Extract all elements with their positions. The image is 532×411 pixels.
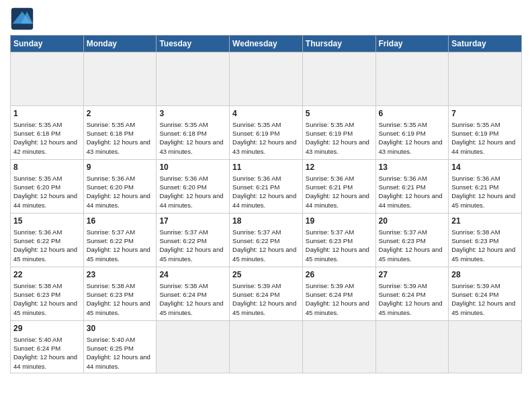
sunrise-label: Sunrise: 5:39 AM bbox=[232, 282, 281, 289]
daylight-label: Daylight: 12 hours and 44 minutes. bbox=[13, 353, 77, 369]
day-number: 2 bbox=[87, 108, 154, 120]
day-number: 24 bbox=[159, 269, 226, 281]
calendar-cell: 3Sunrise: 5:35 AMSunset: 6:18 PMDaylight… bbox=[157, 106, 230, 160]
sunset-label: Sunset: 6:24 PM bbox=[232, 291, 279, 298]
day-number: 10 bbox=[159, 162, 226, 173]
calendar-cell bbox=[11, 52, 84, 106]
sunrise-label: Sunrise: 5:35 AM bbox=[379, 121, 427, 128]
daylight-label: Daylight: 12 hours and 45 minutes. bbox=[451, 192, 515, 208]
calendar-cell: 14Sunrise: 5:36 AMSunset: 6:21 PMDayligh… bbox=[449, 160, 522, 214]
sunrise-label: Sunrise: 5:37 AM bbox=[87, 228, 135, 236]
day-number: 12 bbox=[306, 162, 373, 173]
sunset-label: Sunset: 6:23 PM bbox=[87, 291, 134, 298]
sunset-label: Sunset: 6:21 PM bbox=[451, 183, 498, 191]
calendar-cell bbox=[449, 321, 522, 373]
sunrise-label: Sunrise: 5:37 AM bbox=[159, 228, 208, 236]
calendar-cell: 9Sunrise: 5:36 AMSunset: 6:20 PMDaylight… bbox=[83, 160, 157, 214]
sunset-label: Sunset: 6:19 PM bbox=[232, 130, 279, 137]
day-number: 6 bbox=[379, 108, 446, 120]
col-header-thursday: Thursday bbox=[302, 36, 375, 52]
day-number: 13 bbox=[379, 162, 446, 173]
sunset-label: Sunset: 6:25 PM bbox=[87, 345, 134, 352]
day-number: 22 bbox=[13, 269, 81, 281]
sunrise-label: Sunrise: 5:37 AM bbox=[232, 228, 281, 236]
sunset-label: Sunset: 6:18 PM bbox=[87, 130, 134, 137]
calendar-cell: 4Sunrise: 5:35 AMSunset: 6:19 PMDaylight… bbox=[230, 106, 303, 160]
calendar-cell: 17Sunrise: 5:37 AMSunset: 6:22 PMDayligh… bbox=[157, 214, 230, 267]
daylight-label: Daylight: 12 hours and 45 minutes. bbox=[13, 300, 77, 316]
calendar-cell: 26Sunrise: 5:39 AMSunset: 6:24 PMDayligh… bbox=[302, 267, 375, 321]
sunset-label: Sunset: 6:24 PM bbox=[159, 291, 206, 298]
daylight-label: Daylight: 12 hours and 44 minutes. bbox=[87, 192, 150, 208]
day-number: 1 bbox=[13, 108, 81, 120]
calendar-cell: 5Sunrise: 5:35 AMSunset: 6:19 PMDaylight… bbox=[302, 106, 375, 160]
sunrise-label: Sunrise: 5:35 AM bbox=[159, 121, 208, 128]
sunrise-label: Sunrise: 5:36 AM bbox=[159, 175, 208, 182]
daylight-label: Daylight: 12 hours and 45 minutes. bbox=[87, 300, 150, 316]
sunrise-label: Sunrise: 5:36 AM bbox=[87, 175, 135, 182]
sunset-label: Sunset: 6:21 PM bbox=[379, 183, 426, 191]
calendar-cell: 2Sunrise: 5:35 AMSunset: 6:18 PMDaylight… bbox=[83, 106, 157, 160]
day-number: 28 bbox=[451, 269, 519, 281]
calendar-cell bbox=[302, 52, 375, 106]
daylight-label: Daylight: 12 hours and 45 minutes. bbox=[306, 246, 369, 262]
calendar-cell: 10Sunrise: 5:36 AMSunset: 6:20 PMDayligh… bbox=[157, 160, 230, 214]
calendar-cell: 18Sunrise: 5:37 AMSunset: 6:22 PMDayligh… bbox=[230, 214, 303, 267]
day-number: 7 bbox=[451, 108, 519, 120]
calendar-cell: 20Sunrise: 5:37 AMSunset: 6:23 PMDayligh… bbox=[375, 214, 449, 267]
calendar-cell: 29Sunrise: 5:40 AMSunset: 6:24 PMDayligh… bbox=[11, 321, 84, 373]
daylight-label: Daylight: 12 hours and 45 minutes. bbox=[232, 300, 296, 316]
day-number: 29 bbox=[13, 323, 81, 334]
page: SundayMondayTuesdayWednesdayThursdayFrid… bbox=[0, 0, 532, 411]
day-number: 8 bbox=[13, 162, 81, 173]
sunrise-label: Sunrise: 5:35 AM bbox=[232, 121, 281, 128]
day-number: 30 bbox=[87, 323, 154, 334]
calendar-cell: 27Sunrise: 5:39 AMSunset: 6:24 PMDayligh… bbox=[375, 267, 449, 321]
calendar-cell: 28Sunrise: 5:39 AMSunset: 6:24 PMDayligh… bbox=[449, 267, 522, 321]
col-header-friday: Friday bbox=[375, 36, 449, 52]
col-header-tuesday: Tuesday bbox=[157, 36, 230, 52]
calendar-cell: 22Sunrise: 5:38 AMSunset: 6:23 PMDayligh… bbox=[11, 267, 84, 321]
calendar-cell bbox=[230, 321, 303, 373]
daylight-label: Daylight: 12 hours and 44 minutes. bbox=[306, 192, 369, 208]
header bbox=[10, 7, 522, 31]
calendar-cell: 24Sunrise: 5:38 AMSunset: 6:24 PMDayligh… bbox=[157, 267, 230, 321]
sunrise-label: Sunrise: 5:35 AM bbox=[13, 121, 62, 128]
logo bbox=[10, 7, 37, 31]
sunset-label: Sunset: 6:21 PM bbox=[306, 183, 353, 191]
daylight-label: Daylight: 12 hours and 45 minutes. bbox=[159, 300, 223, 316]
calendar-cell bbox=[449, 52, 522, 106]
daylight-label: Daylight: 12 hours and 44 minutes. bbox=[232, 192, 296, 208]
calendar-cell: 12Sunrise: 5:36 AMSunset: 6:21 PMDayligh… bbox=[302, 160, 375, 214]
day-number: 23 bbox=[87, 269, 154, 281]
calendar-cell: 25Sunrise: 5:39 AMSunset: 6:24 PMDayligh… bbox=[230, 267, 303, 321]
sunset-label: Sunset: 6:22 PM bbox=[159, 237, 206, 244]
calendar-cell bbox=[302, 321, 375, 373]
daylight-label: Daylight: 12 hours and 45 minutes. bbox=[13, 246, 77, 262]
day-number: 18 bbox=[232, 216, 300, 227]
calendar-cell bbox=[157, 321, 230, 373]
sunrise-label: Sunrise: 5:35 AM bbox=[87, 121, 135, 128]
sunrise-label: Sunrise: 5:36 AM bbox=[451, 175, 500, 182]
calendar-cell: 15Sunrise: 5:36 AMSunset: 6:22 PMDayligh… bbox=[11, 214, 84, 267]
daylight-label: Daylight: 12 hours and 42 minutes. bbox=[13, 138, 77, 154]
calendar-table: SundayMondayTuesdayWednesdayThursdayFrid… bbox=[10, 35, 522, 373]
daylight-label: Daylight: 12 hours and 44 minutes. bbox=[87, 353, 150, 369]
day-number: 4 bbox=[232, 108, 300, 120]
day-number: 5 bbox=[306, 108, 373, 120]
day-number: 16 bbox=[87, 216, 154, 227]
sunrise-label: Sunrise: 5:39 AM bbox=[379, 282, 427, 289]
sunrise-label: Sunrise: 5:37 AM bbox=[379, 228, 427, 236]
day-number: 26 bbox=[306, 269, 373, 281]
day-number: 3 bbox=[159, 108, 226, 120]
sunset-label: Sunset: 6:19 PM bbox=[306, 130, 353, 137]
col-header-wednesday: Wednesday bbox=[230, 36, 303, 52]
calendar-cell bbox=[157, 52, 230, 106]
sunset-label: Sunset: 6:24 PM bbox=[306, 291, 353, 298]
sunset-label: Sunset: 6:23 PM bbox=[451, 237, 498, 244]
col-header-monday: Monday bbox=[83, 36, 157, 52]
daylight-label: Daylight: 12 hours and 43 minutes. bbox=[306, 138, 369, 154]
sunset-label: Sunset: 6:18 PM bbox=[159, 130, 206, 137]
daylight-label: Daylight: 12 hours and 44 minutes. bbox=[13, 192, 77, 208]
sunset-label: Sunset: 6:21 PM bbox=[232, 183, 279, 191]
